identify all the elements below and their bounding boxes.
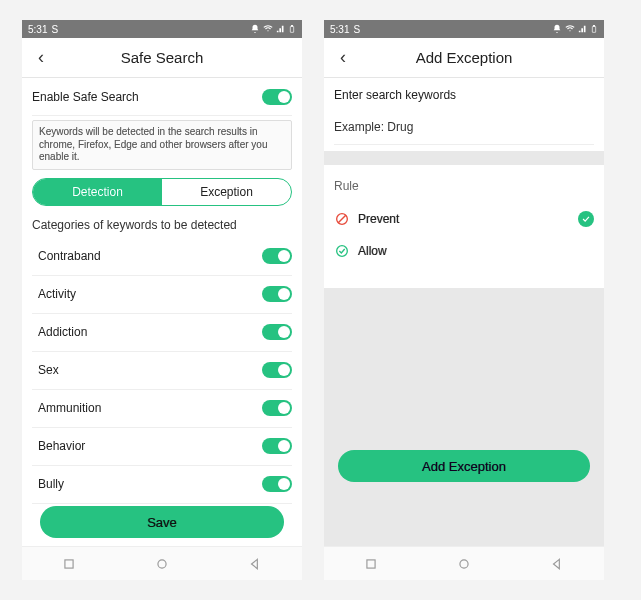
signal-icon <box>276 24 286 34</box>
category-row: Sex <box>32 352 292 390</box>
categories-header: Categories of keywords to be detected <box>32 218 292 232</box>
signal-icon <box>578 24 588 34</box>
category-toggle[interactable] <box>262 286 292 302</box>
status-bar: 5:31 S <box>324 20 604 38</box>
battery-icon <box>288 23 296 35</box>
app-bar: ‹ Safe Search <box>22 38 302 78</box>
svg-point-10 <box>460 559 468 567</box>
tab-exception[interactable]: Exception <box>162 179 291 205</box>
category-row: Activity <box>32 276 292 314</box>
svg-line-7 <box>338 215 346 223</box>
tabs: Detection Exception <box>32 178 292 206</box>
save-button[interactable]: Save <box>40 506 284 538</box>
wifi-icon <box>564 24 576 34</box>
svg-rect-0 <box>290 26 293 32</box>
status-icons <box>552 23 598 35</box>
page-title: Add Exception <box>324 49 604 66</box>
back-button[interactable]: ‹ <box>334 47 352 68</box>
allow-icon <box>334 243 350 259</box>
category-row: Bully <box>32 466 292 504</box>
enable-safe-search-row: Enable Safe Search <box>32 78 292 116</box>
nav-recent-icon[interactable] <box>62 557 76 571</box>
category-toggle[interactable] <box>262 362 292 378</box>
wifi-icon <box>262 24 274 34</box>
page-title: Safe Search <box>22 49 302 66</box>
category-label: Behavior <box>38 439 85 453</box>
prevent-icon <box>334 211 350 227</box>
back-button[interactable]: ‹ <box>32 47 50 68</box>
category-label: Activity <box>38 287 76 301</box>
category-row: Addiction <box>32 314 292 352</box>
bottom-area <box>324 288 604 546</box>
svg-rect-2 <box>65 559 73 567</box>
rule-name: Prevent <box>358 212 399 226</box>
safe-search-screen: 5:31 S ‹ Safe Search Enable Safe Search … <box>22 20 302 580</box>
nav-back-icon[interactable] <box>550 557 564 571</box>
svg-point-8 <box>337 246 348 257</box>
keyword-input[interactable]: Example: Drug <box>334 112 594 145</box>
rule-label: Rule <box>334 179 594 193</box>
category-toggle[interactable] <box>262 248 292 264</box>
rule-allow[interactable]: Allow <box>334 235 594 267</box>
category-toggle[interactable] <box>262 476 292 492</box>
category-toggle[interactable] <box>262 438 292 454</box>
status-time: 5:31 <box>28 24 47 35</box>
svg-rect-1 <box>291 25 292 26</box>
svg-point-3 <box>158 559 166 567</box>
nav-back-icon[interactable] <box>248 557 262 571</box>
category-row: Behavior <box>32 428 292 466</box>
svg-rect-5 <box>593 25 594 26</box>
bell-icon <box>250 24 260 34</box>
category-list: Contraband Activity Addiction Sex Ammuni… <box>32 238 292 547</box>
category-row: Ammunition <box>32 390 292 428</box>
add-exception-button[interactable]: Add Exception <box>338 450 590 482</box>
status-s-icon: S <box>51 24 58 35</box>
category-toggle[interactable] <box>262 400 292 416</box>
category-label: Contraband <box>38 249 101 263</box>
enable-toggle[interactable] <box>262 89 292 105</box>
nav-home-icon[interactable] <box>457 557 471 571</box>
svg-rect-9 <box>367 559 375 567</box>
nav-recent-icon[interactable] <box>364 557 378 571</box>
category-label: Bully <box>38 477 64 491</box>
nav-bar <box>324 546 604 580</box>
enter-keywords-label: Enter search keywords <box>334 88 456 102</box>
bell-icon <box>552 24 562 34</box>
selected-badge <box>578 211 594 227</box>
rule-name: Allow <box>358 244 387 258</box>
nav-bar <box>22 546 302 580</box>
tab-detection[interactable]: Detection <box>33 179 162 205</box>
category-row: Contraband <box>32 238 292 276</box>
battery-icon <box>590 23 598 35</box>
status-time: 5:31 <box>330 24 349 35</box>
category-label: Sex <box>38 363 59 377</box>
nav-home-icon[interactable] <box>155 557 169 571</box>
category-toggle[interactable] <box>262 324 292 340</box>
rule-prevent[interactable]: Prevent <box>334 203 594 235</box>
app-bar: ‹ Add Exception <box>324 38 604 78</box>
check-icon <box>581 214 591 224</box>
category-label: Addiction <box>38 325 87 339</box>
status-bar: 5:31 S <box>22 20 302 38</box>
status-icons <box>250 23 296 35</box>
status-s-icon: S <box>353 24 360 35</box>
divider-band <box>324 151 604 165</box>
add-exception-screen: 5:31 S ‹ Add Exception Enter search keyw… <box>324 20 604 580</box>
enable-label: Enable Safe Search <box>32 90 139 104</box>
category-label: Ammunition <box>38 401 101 415</box>
svg-rect-4 <box>592 26 595 32</box>
info-box: Keywords will be detected in the search … <box>32 120 292 170</box>
